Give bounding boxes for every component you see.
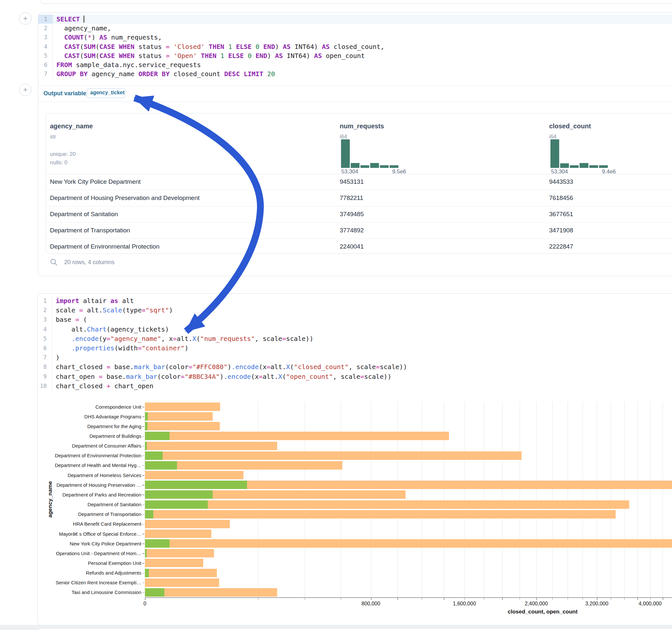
line-number: 1: [38, 296, 52, 306]
table-cell: 7618456: [549, 190, 573, 206]
results-table: agency_name str unique: 20 nulls: 0 num_…: [46, 113, 672, 254]
code-line[interactable]: 2 agency_name,: [38, 24, 672, 33]
code-text: base = (: [56, 315, 87, 324]
code-line[interactable]: 7GROUP BY agency_name ORDER BY closed_co…: [38, 69, 672, 78]
text-cursor: [83, 16, 84, 23]
search-icon[interactable]: [50, 258, 58, 266]
table-row[interactable]: Department of Housing Preservation and D…: [46, 190, 672, 206]
table-cell: 3471908: [549, 223, 573, 238]
histogram-bar: [341, 139, 350, 168]
table-cell: Department of Transportation: [50, 223, 130, 238]
code-text: ): [56, 353, 59, 362]
line-number: 2: [38, 306, 52, 315]
column-meta-unique: unique: 20: [50, 151, 75, 158]
table-row[interactable]: Department of Transportation377489234719…: [46, 222, 672, 239]
code-line[interactable]: 2scale = alt.Scale(type="sqrt"): [38, 306, 672, 315]
column-meta-nulls: nulls: 0: [50, 160, 67, 166]
notebook-page: + + 1⌄SELECT 2 agency_name,3 COUNT(*) AS…: [0, 0, 672, 630]
code-line[interactable]: 6FROM sample_data.nyc.service_requests: [38, 60, 672, 69]
table-cell: Department of Housing Preservation and D…: [50, 190, 200, 206]
line-number: 1: [38, 15, 53, 24]
results-table-header: agency_name str unique: 20 nulls: 0 num_…: [46, 114, 672, 174]
column-header-agency-name[interactable]: agency_name str unique: 20 nulls: 0: [50, 114, 277, 174]
output-variable-value: agency_tickets: [87, 89, 125, 96]
sql-cell: 1⌄SELECT 2 agency_name,3 COUNT(*) AS num…: [38, 12, 672, 276]
code-text: COUNT(*) AS num_requests,: [56, 33, 162, 42]
output-variable-label: Output variable:: [44, 90, 88, 97]
code-text: chart_closed = base.mark_bar(color="#FFC…: [56, 362, 407, 372]
histogram-bar: [390, 165, 399, 168]
code-text: .encode(y="agency_name", x=alt.X("num_re…: [56, 334, 313, 343]
code-text: agency_name,: [56, 24, 111, 33]
table-cell: 3749485: [340, 207, 364, 222]
line-number: 5: [38, 334, 52, 343]
table-cell: Department of Environmental Protection: [50, 239, 160, 254]
table-cell: 2240041: [340, 239, 364, 254]
code-text: .properties(width="container"): [56, 343, 188, 353]
code-line[interactable]: 3⌄base = (: [38, 315, 672, 324]
sql-code-editor[interactable]: 1⌄SELECT 2 agency_name,3 COUNT(*) AS num…: [38, 15, 672, 78]
output-variable-row: Output variable: agency_tickets: [38, 86, 672, 102]
line-number: 5: [38, 51, 53, 60]
histogram-bar: [570, 165, 579, 168]
table-row[interactable]: New York City Police Department945313194…: [46, 174, 672, 190]
table-row[interactable]: Department of Environmental Protection22…: [46, 239, 672, 254]
histogram-bar: [380, 165, 389, 168]
table-cell: 9453131: [340, 174, 364, 190]
column-type: str: [50, 134, 56, 140]
table-cell: Department of Sanitation: [50, 207, 118, 222]
column-header-closed-count[interactable]: closed_count i64 53,304 9.4e6: [549, 114, 672, 174]
code-line[interactable]: 1⌄SELECT: [38, 15, 672, 24]
column-name: agency_name: [50, 122, 93, 130]
line-number: 4: [38, 325, 52, 334]
line-number: 6: [38, 60, 53, 69]
code-line[interactable]: 3 COUNT(*) AS num_requests,: [38, 33, 672, 42]
column-name: num_requests: [340, 122, 384, 130]
histogram-bar: [370, 163, 379, 168]
add-cell-button-middle[interactable]: +: [19, 83, 31, 96]
histogram-bar: [580, 163, 589, 168]
add-cell-button-top[interactable]: +: [19, 12, 31, 25]
histogram-bar: [550, 139, 559, 168]
code-line[interactable]: 4 CAST(SUM(CASE WHEN status = 'Closed' T…: [38, 42, 672, 51]
table-cell: 2222847: [549, 239, 573, 254]
code-line[interactable]: 8chart_closed = base.mark_bar(color="#FF…: [38, 362, 672, 372]
code-text: chart_closed + chart_open: [56, 382, 153, 391]
table-cell: New York City Police Department: [50, 174, 141, 190]
python-code-editor[interactable]: 1import altair as alt2scale = alt.Scale(…: [38, 296, 672, 391]
code-text: GROUP BY agency_name ORDER BY closed_cou…: [56, 69, 275, 78]
output-variable-badge[interactable]: agency_tickets: [87, 88, 125, 98]
code-text: scale = alt.Scale(type="sqrt"): [56, 306, 173, 315]
histogram-bar: [589, 165, 598, 168]
table-cell: 3677651: [549, 207, 573, 222]
column-histogram: [341, 139, 399, 168]
line-number: 3: [38, 315, 52, 324]
code-line[interactable]: 6 .properties(width="container"): [38, 343, 672, 353]
table-row[interactable]: Department of Sanitation37494853677651: [46, 206, 672, 222]
line-number: 7: [38, 69, 53, 78]
code-line[interactable]: 10chart_closed + chart_open: [38, 382, 672, 391]
table-summary: 20 rows, 4 columns: [64, 259, 115, 266]
column-name: closed_count: [549, 122, 591, 130]
line-number: 4: [38, 42, 53, 51]
column-histogram: [550, 139, 609, 168]
line-number: 9: [38, 372, 52, 382]
python-cell: 1import altair as alt2scale = alt.Scale(…: [37, 293, 672, 626]
line-number: 7: [38, 353, 52, 362]
line-number: 3: [38, 33, 53, 42]
code-line[interactable]: 9chart_open = base.mark_bar(color="#8BC3…: [38, 372, 672, 382]
line-number: 10: [38, 382, 52, 391]
histogram-bar: [351, 163, 360, 168]
code-text: import altair as alt: [56, 296, 134, 306]
code-line[interactable]: 5 .encode(y="agency_name", x=alt.X("num_…: [38, 334, 672, 343]
code-line[interactable]: 5 CAST(SUM(CASE WHEN status = 'Open' THE…: [38, 51, 672, 60]
column-header-num-requests[interactable]: num_requests i64 53,304 9.5e6: [340, 114, 470, 174]
table-cell: 7782211: [340, 190, 363, 206]
code-line[interactable]: 1import altair as alt: [38, 296, 672, 306]
code-text: CAST(SUM(CASE WHEN status = 'Open' THEN …: [56, 51, 365, 60]
code-text: chart_open = base.mark_bar(color="#8BC34…: [56, 372, 391, 382]
code-text: SELECT: [56, 15, 84, 24]
code-line[interactable]: 4 alt.Chart(agency_tickets): [38, 325, 672, 334]
code-line[interactable]: 7): [38, 353, 672, 362]
histogram-bar: [599, 165, 608, 168]
